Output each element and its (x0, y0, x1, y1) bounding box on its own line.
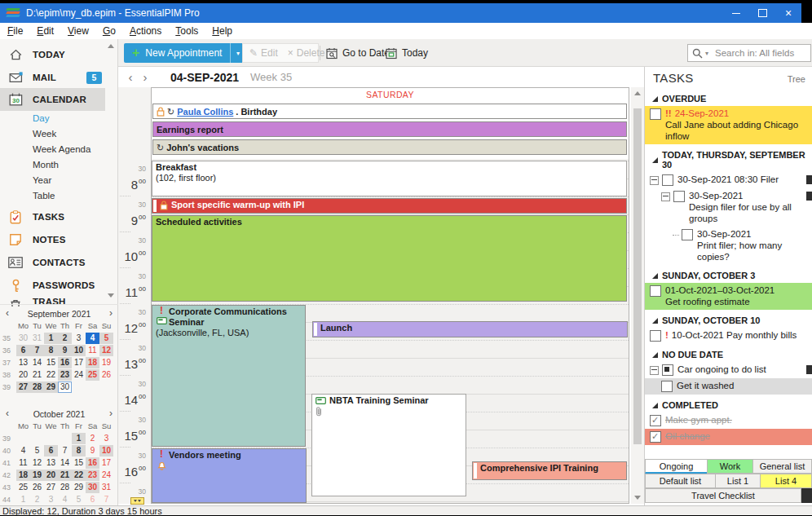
time-grid[interactable]: Breakfast(102, first floor)Sport specifi… (152, 159, 629, 503)
sidebar-scrollbar[interactable] (104, 41, 117, 302)
expander-icon[interactable] (652, 96, 658, 102)
next-month-icon[interactable]: › (105, 308, 117, 319)
mini-calendar-day[interactable]: 19 (30, 470, 44, 481)
tree-expander-icon[interactable] (650, 176, 659, 185)
mini-calendar-day[interactable]: 10 (72, 345, 86, 356)
calendar-scrollbar[interactable] (631, 87, 644, 504)
task-checkbox[interactable] (682, 229, 693, 240)
next-day-button[interactable]: › (138, 70, 152, 84)
task-group-header[interactable]: NO DUE DATE (645, 350, 812, 359)
task-group-header[interactable]: OVERDUE (645, 94, 812, 104)
mini-calendar-day[interactable]: 7 (58, 445, 72, 456)
mini-calendar-day[interactable]: 3 (99, 433, 113, 444)
mini-calendar-day[interactable]: 24 (72, 369, 86, 381)
task-row[interactable]: !!24-Sep-2021Call Jane about adding Chic… (645, 106, 812, 144)
mini-calendar-day[interactable]: 15 (72, 457, 86, 469)
scroll-down-icon[interactable] (634, 496, 641, 500)
mini-calendar-day[interactable]: 12 (99, 345, 113, 356)
task-checkbox[interactable] (662, 174, 673, 186)
mini-calendar-day[interactable]: 9 (86, 445, 99, 456)
today-button[interactable]: Today (386, 43, 428, 63)
task-row[interactable]: !10-Oct-2021 Pay monthly bills (645, 328, 812, 344)
allday-event-johns-vacations[interactable]: ↻John's vacations (152, 139, 627, 155)
maximize-button[interactable] (749, 3, 775, 23)
contact-link[interactable]: Paula Collins (177, 107, 233, 117)
sidebar-view-week-agenda[interactable]: Week Agenda (33, 142, 106, 157)
mini-calendar-day[interactable]: 18 (16, 470, 30, 481)
sidebar-view-week[interactable]: Week (33, 126, 106, 142)
event-comprehensive-training[interactable]: Comprehensive IPI Training (472, 461, 627, 480)
tab-list-1[interactable]: List 1 (715, 474, 761, 488)
mini-calendar-day[interactable]: 1 (72, 433, 86, 444)
mini-calendar-day[interactable]: 31 (99, 482, 113, 493)
mini-calendar-day[interactable]: 31 (30, 333, 44, 344)
tab-list-4[interactable]: List 4 (760, 474, 812, 488)
expander-icon[interactable] (652, 403, 658, 408)
task-checkbox[interactable] (650, 285, 661, 297)
sidebar-item-contacts[interactable]: CONTACTS (0, 251, 118, 274)
mini-calendar-day[interactable]: 10 (99, 445, 113, 456)
new-appointment-button[interactable]: +New Appointment ▾ (124, 43, 245, 63)
tasks-view-selector[interactable]: Tree (788, 74, 805, 84)
mini-calendar-day[interactable]: 25 (16, 482, 30, 493)
task-group-header[interactable]: SUNDAY, OCTOBER 10 (645, 315, 812, 325)
mini-calendar-day[interactable]: 11 (86, 345, 99, 356)
mini-calendar-day[interactable]: 5 (30, 445, 44, 456)
mini-calendar-day[interactable]: 9 (58, 345, 72, 356)
clipped-tab[interactable] (801, 488, 812, 503)
search-dropdown-icon[interactable]: ▾ (705, 50, 708, 57)
mini-calendar-day[interactable]: 23 (58, 369, 72, 381)
minimize-button[interactable] (723, 3, 749, 23)
menu-go[interactable]: Go (103, 25, 116, 37)
mini-calendar-day[interactable]: 2 (58, 333, 72, 344)
event-vendors-meeting[interactable]: !Vendors meeting (152, 448, 307, 503)
close-button[interactable]: × (775, 3, 801, 23)
mini-calendar-day[interactable]: 1 (16, 494, 30, 505)
task-row[interactable]: Make gym appt. (645, 412, 812, 429)
mini-calendar-day[interactable]: 27 (16, 381, 30, 393)
task-row[interactable]: 01-Oct-2021–03-Oct-2021Get roofing estim… (645, 283, 812, 310)
mini-calendar-day[interactable]: 7 (30, 345, 44, 356)
menu-help[interactable]: Help (212, 25, 232, 37)
menu-actions[interactable]: Actions (130, 25, 161, 37)
mini-calendar-day[interactable]: 19 (99, 357, 113, 368)
sidebar-item-notes[interactable]: NOTES (0, 228, 118, 251)
task-checkbox[interactable] (673, 191, 685, 202)
menu-file[interactable]: File (7, 25, 23, 37)
event-sport-warmup[interactable]: Sport specific warm-up with IPI (152, 198, 627, 214)
tab-general-list[interactable]: General list (752, 459, 812, 474)
mini-calendar-day[interactable]: 25 (86, 369, 99, 381)
prev-day-button[interactable]: ‹ (123, 70, 138, 84)
mini-calendar-day[interactable]: 12 (30, 457, 44, 469)
task-checkbox[interactable] (650, 415, 661, 426)
mini-calendar-day[interactable]: 3 (72, 333, 86, 344)
mini-calendar-day[interactable]: 3 (44, 494, 58, 505)
task-group-header[interactable]: COMPLETED (645, 400, 812, 410)
mini-calendar-day[interactable]: 4 (58, 494, 72, 505)
mini-calendar-day[interactable]: 6 (44, 445, 58, 456)
scroll-up-icon[interactable] (634, 91, 641, 95)
menu-edit[interactable]: Edit (37, 25, 54, 37)
mini-calendar-day[interactable]: 13 (16, 357, 30, 368)
mini-calendar-day[interactable]: 30 (58, 381, 72, 393)
mini-calendar-day[interactable]: 16 (86, 457, 99, 469)
mini-calendar-day[interactable]: 14 (58, 457, 72, 469)
mini-calendar-day[interactable]: 2 (86, 433, 99, 444)
mini-calendar-day[interactable]: 6 (86, 494, 99, 505)
scrollbar-thumb[interactable] (633, 108, 642, 444)
mini-calendar-day[interactable]: 16 (58, 357, 72, 368)
mini-calendar-day[interactable]: 20 (16, 369, 30, 381)
goto-date-button[interactable]: Go to Date (326, 43, 390, 63)
mini-calendar-day[interactable]: 30 (86, 482, 99, 493)
mini-calendar-day[interactable]: 24 (99, 470, 113, 481)
scroll-down-icon[interactable] (108, 293, 114, 298)
task-checkbox[interactable] (662, 364, 673, 376)
prev-month-icon[interactable]: ‹ (2, 408, 13, 419)
mini-calendar-day[interactable]: 18 (86, 357, 99, 368)
mini-calendar-day[interactable]: 29 (44, 381, 58, 393)
mini-calendar-day[interactable]: 17 (99, 457, 113, 469)
mini-calendar-day[interactable]: 13 (44, 457, 58, 469)
mini-calendar-day[interactable]: 21 (30, 369, 44, 381)
mini-calendar-day[interactable]: 30 (16, 333, 30, 344)
event-breakfast[interactable]: Breakfast(102, first floor) (152, 161, 627, 196)
